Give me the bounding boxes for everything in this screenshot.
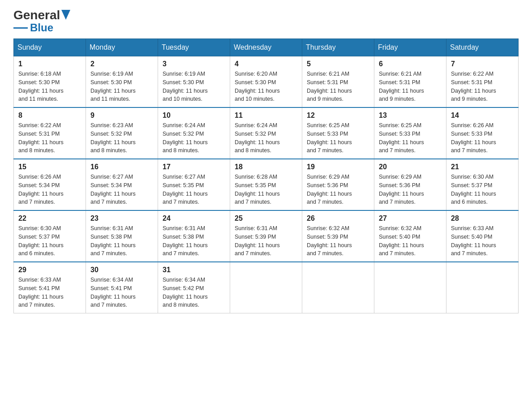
day-info: Sunrise: 6:34 AMSunset: 5:42 PMDaylight:… — [163, 277, 208, 308]
calendar-cell: 19 Sunrise: 6:29 AMSunset: 5:36 PMDaylig… — [302, 159, 374, 210]
calendar-cell: 29 Sunrise: 6:33 AMSunset: 5:41 PMDaylig… — [14, 262, 86, 313]
calendar-cell — [374, 262, 446, 313]
day-info: Sunrise: 6:29 AMSunset: 5:36 PMDaylight:… — [307, 174, 352, 205]
calendar-cell: 23 Sunrise: 6:31 AMSunset: 5:38 PMDaylig… — [86, 210, 158, 262]
day-info: Sunrise: 6:26 AMSunset: 5:34 PMDaylight:… — [18, 174, 64, 205]
calendar-week-row: 1 Sunrise: 6:18 AMSunset: 5:30 PMDayligh… — [14, 56, 519, 108]
calendar-cell: 8 Sunrise: 6:22 AMSunset: 5:31 PMDayligh… — [14, 107, 86, 159]
day-number: 28 — [451, 214, 514, 223]
day-info: Sunrise: 6:21 AMSunset: 5:31 PMDaylight:… — [379, 71, 424, 102]
logo-triangle-icon — [61, 10, 70, 21]
calendar-cell: 22 Sunrise: 6:30 AMSunset: 5:37 PMDaylig… — [14, 210, 86, 262]
logo-blue-text: Blue — [30, 21, 53, 34]
calendar-week-row: 22 Sunrise: 6:30 AMSunset: 5:37 PMDaylig… — [14, 210, 519, 262]
day-info: Sunrise: 6:30 AMSunset: 5:37 PMDaylight:… — [451, 174, 496, 205]
calendar-cell: 30 Sunrise: 6:34 AMSunset: 5:41 PMDaylig… — [86, 262, 158, 313]
calendar-cell: 16 Sunrise: 6:27 AMSunset: 5:34 PMDaylig… — [86, 159, 158, 210]
calendar-cell: 9 Sunrise: 6:23 AMSunset: 5:32 PMDayligh… — [86, 107, 158, 159]
day-number: 2 — [90, 60, 153, 68]
calendar-cell: 15 Sunrise: 6:26 AMSunset: 5:34 PMDaylig… — [14, 159, 86, 210]
calendar-cell: 17 Sunrise: 6:27 AMSunset: 5:35 PMDaylig… — [158, 159, 230, 210]
day-number: 12 — [307, 111, 369, 120]
day-info: Sunrise: 6:33 AMSunset: 5:41 PMDaylight:… — [18, 277, 64, 308]
weekday-header-monday: Monday — [86, 39, 158, 56]
day-info: Sunrise: 6:24 AMSunset: 5:32 PMDaylight:… — [163, 122, 208, 154]
day-number: 20 — [379, 163, 442, 171]
calendar-table: SundayMondayTuesdayWednesdayThursdayFrid… — [13, 39, 519, 313]
day-number: 27 — [379, 214, 442, 223]
day-number: 29 — [18, 266, 81, 274]
day-info: Sunrise: 6:22 AMSunset: 5:31 PMDaylight:… — [451, 71, 496, 102]
day-number: 1 — [18, 60, 81, 68]
calendar-cell: 3 Sunrise: 6:19 AMSunset: 5:30 PMDayligh… — [158, 56, 230, 108]
day-info: Sunrise: 6:22 AMSunset: 5:31 PMDaylight:… — [18, 122, 64, 154]
calendar-cell: 18 Sunrise: 6:28 AMSunset: 5:35 PMDaylig… — [230, 159, 302, 210]
day-info: Sunrise: 6:27 AMSunset: 5:34 PMDaylight:… — [90, 174, 136, 205]
weekday-header-thursday: Thursday — [302, 39, 374, 56]
calendar-week-row: 29 Sunrise: 6:33 AMSunset: 5:41 PMDaylig… — [14, 262, 519, 313]
day-number: 31 — [163, 266, 225, 274]
day-number: 21 — [451, 163, 514, 171]
calendar-cell: 21 Sunrise: 6:30 AMSunset: 5:37 PMDaylig… — [446, 159, 519, 210]
calendar-header-row: SundayMondayTuesdayWednesdayThursdayFrid… — [14, 39, 519, 56]
calendar-cell: 25 Sunrise: 6:31 AMSunset: 5:39 PMDaylig… — [230, 210, 302, 262]
day-info: Sunrise: 6:19 AMSunset: 5:30 PMDaylight:… — [163, 71, 208, 102]
day-number: 5 — [307, 60, 369, 68]
day-info: Sunrise: 6:32 AMSunset: 5:40 PMDaylight:… — [379, 225, 424, 257]
day-number: 19 — [307, 163, 369, 171]
day-info: Sunrise: 6:18 AMSunset: 5:30 PMDaylight:… — [18, 71, 64, 102]
day-number: 15 — [18, 163, 81, 171]
calendar-cell: 7 Sunrise: 6:22 AMSunset: 5:31 PMDayligh… — [446, 56, 519, 108]
calendar-cell: 26 Sunrise: 6:32 AMSunset: 5:39 PMDaylig… — [302, 210, 374, 262]
calendar-cell: 10 Sunrise: 6:24 AMSunset: 5:32 PMDaylig… — [158, 107, 230, 159]
page-header: General Blue — [13, 9, 519, 34]
day-info: Sunrise: 6:23 AMSunset: 5:32 PMDaylight:… — [90, 122, 136, 154]
day-number: 4 — [235, 60, 297, 68]
day-number: 3 — [163, 60, 225, 68]
calendar-week-row: 8 Sunrise: 6:22 AMSunset: 5:31 PMDayligh… — [14, 107, 519, 159]
day-info: Sunrise: 6:20 AMSunset: 5:30 PMDaylight:… — [235, 71, 280, 102]
calendar-cell: 20 Sunrise: 6:29 AMSunset: 5:36 PMDaylig… — [374, 159, 446, 210]
day-number: 24 — [163, 214, 225, 223]
day-info: Sunrise: 6:21 AMSunset: 5:31 PMDaylight:… — [307, 71, 352, 102]
calendar-cell: 1 Sunrise: 6:18 AMSunset: 5:30 PMDayligh… — [14, 56, 86, 108]
day-info: Sunrise: 6:27 AMSunset: 5:35 PMDaylight:… — [163, 174, 208, 205]
calendar-cell: 12 Sunrise: 6:25 AMSunset: 5:33 PMDaylig… — [302, 107, 374, 159]
calendar-week-row: 15 Sunrise: 6:26 AMSunset: 5:34 PMDaylig… — [14, 159, 519, 210]
day-number: 9 — [90, 111, 153, 120]
calendar-cell: 4 Sunrise: 6:20 AMSunset: 5:30 PMDayligh… — [230, 56, 302, 108]
day-info: Sunrise: 6:31 AMSunset: 5:39 PMDaylight:… — [235, 225, 280, 257]
weekday-header-tuesday: Tuesday — [158, 39, 230, 56]
day-number: 11 — [235, 111, 297, 120]
logo-general-text: General — [13, 9, 60, 21]
calendar-cell: 14 Sunrise: 6:26 AMSunset: 5:33 PMDaylig… — [446, 107, 519, 159]
day-info: Sunrise: 6:31 AMSunset: 5:38 PMDaylight:… — [90, 225, 136, 257]
day-number: 7 — [451, 60, 514, 68]
calendar-cell: 2 Sunrise: 6:19 AMSunset: 5:30 PMDayligh… — [86, 56, 158, 108]
day-info: Sunrise: 6:33 AMSunset: 5:40 PMDaylight:… — [451, 225, 496, 257]
calendar-cell — [446, 262, 519, 313]
day-number: 6 — [379, 60, 442, 68]
day-info: Sunrise: 6:31 AMSunset: 5:38 PMDaylight:… — [163, 225, 208, 257]
day-number: 10 — [163, 111, 225, 120]
day-info: Sunrise: 6:25 AMSunset: 5:33 PMDaylight:… — [307, 122, 352, 154]
svg-marker-0 — [61, 10, 70, 20]
day-number: 26 — [307, 214, 369, 223]
calendar-cell: 31 Sunrise: 6:34 AMSunset: 5:42 PMDaylig… — [158, 262, 230, 313]
day-number: 23 — [90, 214, 153, 223]
day-number: 25 — [235, 214, 297, 223]
day-number: 30 — [90, 266, 153, 274]
day-number: 22 — [18, 214, 81, 223]
calendar-cell: 28 Sunrise: 6:33 AMSunset: 5:40 PMDaylig… — [446, 210, 519, 262]
calendar-cell: 11 Sunrise: 6:24 AMSunset: 5:32 PMDaylig… — [230, 107, 302, 159]
calendar-cell: 5 Sunrise: 6:21 AMSunset: 5:31 PMDayligh… — [302, 56, 374, 108]
calendar-cell: 27 Sunrise: 6:32 AMSunset: 5:40 PMDaylig… — [374, 210, 446, 262]
day-info: Sunrise: 6:28 AMSunset: 5:35 PMDaylight:… — [235, 174, 280, 205]
calendar-cell — [302, 262, 374, 313]
day-info: Sunrise: 6:34 AMSunset: 5:41 PMDaylight:… — [90, 277, 136, 308]
weekday-header-sunday: Sunday — [14, 39, 86, 56]
logo: General Blue — [13, 9, 70, 34]
calendar-cell — [230, 262, 302, 313]
day-info: Sunrise: 6:26 AMSunset: 5:33 PMDaylight:… — [451, 122, 496, 154]
weekday-header-friday: Friday — [374, 39, 446, 56]
